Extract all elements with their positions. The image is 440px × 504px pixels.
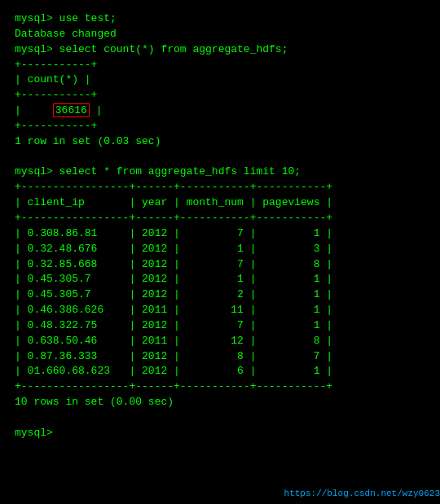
line-1: mysql> use test;: [15, 11, 440, 27]
terminal-container: mysql> use test; Database changed mysql>…: [8, 7, 440, 504]
table-row-4: | 0.45.305.7 | 2012 | 1 | 1 |: [15, 272, 440, 287]
table-row-5: | 0.45.305.7 | 2012 | 2 | 1 |: [15, 287, 440, 303]
line-6: +-----------+: [15, 88, 440, 103]
terminal-output: mysql> use test; Database changed mysql>…: [8, 7, 440, 504]
watermark: https://blog.csdn.net/wzy0623: [284, 488, 440, 501]
table-row-1: | 0.308.86.81 | 2012 | 7 | 1 |: [15, 226, 440, 242]
line-8: +-----------+: [15, 119, 440, 134]
line-10: [15, 150, 440, 165]
table-header-line: | client_ip | year | month_num | pagevie…: [15, 195, 440, 211]
count-value-line: | 36616 |: [15, 103, 440, 119]
row-count-line: 10 rows in set (0.00 sec): [15, 395, 440, 410]
table-row-10: | 01.660.68.623 | 2012 | 6 | 1 |: [15, 364, 440, 379]
line-25: +-----------------+------+-----------+--…: [15, 379, 440, 395]
line-9: 1 row in set (0.03 sec): [15, 134, 440, 150]
table-row-7: | 0.48.322.75 | 2012 | 7 | 1 |: [15, 318, 440, 334]
table-row-2: | 0.32.48.676 | 2012 | 1 | 3 |: [15, 242, 440, 257]
table-row-8: | 0.638.50.46 | 2011 | 12 | 8 |: [15, 334, 440, 349]
line-27: [15, 410, 440, 426]
line-5: | count(*) |: [15, 72, 440, 88]
line-11: mysql> select * from aggregate_hdfs limi…: [15, 164, 440, 180]
table-row-6: | 0.46.386.626 | 2011 | 11 | 1 |: [15, 303, 440, 318]
line-12: +-----------------+------+-----------+--…: [15, 180, 440, 195]
line-3: mysql> select count(*) from aggregate_hd…: [15, 42, 440, 58]
line-2: Database changed: [15, 27, 440, 42]
count-value-box: 36616: [53, 103, 90, 117]
mysql-prompt[interactable]: mysql>: [15, 426, 440, 441]
table-row-9: | 0.87.36.333 | 2012 | 8 | 7 |: [15, 349, 440, 365]
table-row-3: | 0.32.85.668 | 2012 | 7 | 8 |: [15, 257, 440, 273]
line-14: +-----------------+------+-----------+--…: [15, 211, 440, 226]
line-4: +-----------+: [15, 58, 440, 73]
